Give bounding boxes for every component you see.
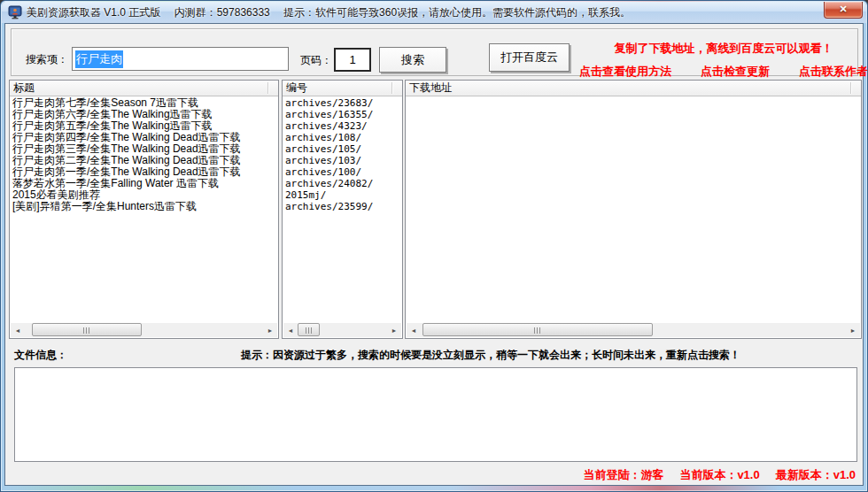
download-rows — [407, 97, 860, 322]
link-usage-help[interactable]: 点击查看使用方法 — [579, 64, 671, 80]
column-header-code[interactable]: 编号 — [283, 81, 402, 96]
scrollbar-track[interactable] — [298, 323, 387, 337]
search-label: 搜索项： — [26, 52, 68, 67]
table-row-code[interactable]: archives/100/ — [283, 166, 401, 178]
download-scrollbar[interactable]: ◄ ► — [407, 323, 860, 337]
table-row-code[interactable]: archives/24082/ — [283, 178, 401, 189]
search-button[interactable]: 搜索 — [379, 47, 446, 73]
status-bar: 当前登陆：游客 当前版本：v1.0 最新版本：v1.0 — [583, 467, 856, 483]
download-url-panel: 下载地址 ◄ ► — [405, 80, 862, 339]
search-input-selected-text: 行尸走肉 — [75, 50, 123, 68]
table-row-code[interactable]: archives/23683/ — [283, 97, 401, 109]
title-list-panel: 标题 行尸走肉第七季/全集Season 7迅雷下载 行尸走肉第六季/全集The … — [9, 80, 279, 339]
title-scrollbar[interactable]: ◄ ► — [11, 323, 277, 337]
status-login: 当前登陆：游客 — [583, 467, 663, 483]
scrollbar-thumb[interactable] — [422, 323, 652, 336]
scroll-right-icon[interactable]: ► — [387, 323, 401, 337]
close-button[interactable]: ✕ — [824, 2, 863, 19]
code-rows: archives/23683/ archives/16355/ archives… — [283, 97, 401, 322]
app-icon[interactable] — [8, 5, 22, 19]
code-list-panel: 编号 archives/23683/ archives/16355/ archi… — [282, 80, 403, 339]
window-title: 美剧资源获取器 V1.0 正式版 内测群：597836333 提示：软件可能导致… — [27, 5, 631, 20]
table-row-title[interactable]: [美剧]异猎第一季/全集Hunters迅雷下载 — [11, 201, 277, 212]
search-input[interactable]: 行尸走肉 — [72, 47, 289, 71]
table-row-code[interactable]: archives/105/ — [283, 143, 401, 155]
link-check-update[interactable]: 点击检查更新 — [701, 64, 770, 80]
scroll-left-icon[interactable]: ◄ — [11, 323, 25, 337]
app-window: 美剧资源获取器 V1.0 正式版 内测群：597836333 提示：软件可能导致… — [0, 0, 868, 492]
header-separator — [267, 82, 268, 94]
scrollbar-thumb[interactable] — [298, 323, 320, 336]
header-separator — [850, 82, 851, 94]
file-info-label: 文件信息： — [14, 348, 67, 363]
table-row-code[interactable]: 2015mj/ — [283, 189, 401, 201]
table-row-code[interactable]: archives/4323/ — [283, 120, 401, 132]
scroll-left-icon[interactable]: ◄ — [283, 323, 298, 337]
copy-notice-text: 复制了下载地址，离线到百度云可以观看！ — [579, 41, 868, 57]
page-label: 页码： — [300, 53, 332, 68]
file-info-box[interactable] — [14, 367, 857, 462]
link-contact-author[interactable]: 点击联系作者 — [799, 64, 868, 80]
table-row-code[interactable]: archives/16355/ — [283, 109, 401, 120]
scroll-right-icon[interactable]: ► — [263, 323, 277, 337]
page-number-input[interactable]: 1 — [334, 48, 371, 72]
header-separator — [391, 82, 392, 94]
search-groupbox: 搜索项： 行尸走肉 页码： 1 搜索 打开百度云 复制了下载地址，离线到百度云可… — [11, 28, 858, 76]
table-row-code[interactable]: archives/103/ — [283, 155, 401, 166]
scrollbar-thumb[interactable] — [32, 323, 142, 336]
scrollbar-track[interactable] — [421, 323, 846, 337]
column-header-download[interactable]: 下载地址 — [406, 81, 861, 96]
search-hint-text: 提示：因资源过于繁多，搜索的时候要是没立刻显示，稍等一下就会出来；长时间未出来，… — [241, 348, 740, 363]
scroll-right-icon[interactable]: ► — [846, 323, 860, 337]
table-row-code[interactable]: archives/108/ — [283, 132, 401, 143]
notice-links: 点击查看使用方法 点击检查更新 点击联系作者 — [579, 64, 868, 80]
client-area: 搜索项： 行尸走肉 页码： 1 搜索 打开百度云 复制了下载地址，离线到百度云可… — [4, 23, 864, 486]
title-rows: 行尸走肉第七季/全集Season 7迅雷下载 行尸走肉第六季/全集The Wal… — [11, 97, 277, 322]
titlebar[interactable]: 美剧资源获取器 V1.0 正式版 内测群：597836333 提示：软件可能导致… — [2, 2, 866, 23]
code-scrollbar[interactable]: ◄ ► — [283, 323, 401, 337]
table-row-code[interactable]: archives/23599/ — [283, 201, 401, 212]
scroll-left-icon[interactable]: ◄ — [407, 323, 421, 337]
status-current-version: 当前版本：v1.0 — [679, 467, 759, 483]
scrollbar-track[interactable] — [25, 323, 263, 337]
close-icon: ✕ — [839, 4, 847, 14]
status-latest-version: 最新版本：v1.0 — [776, 467, 856, 483]
column-header-title[interactable]: 标题 — [10, 81, 278, 96]
open-baidu-cloud-button[interactable]: 打开百度云 — [489, 43, 570, 72]
